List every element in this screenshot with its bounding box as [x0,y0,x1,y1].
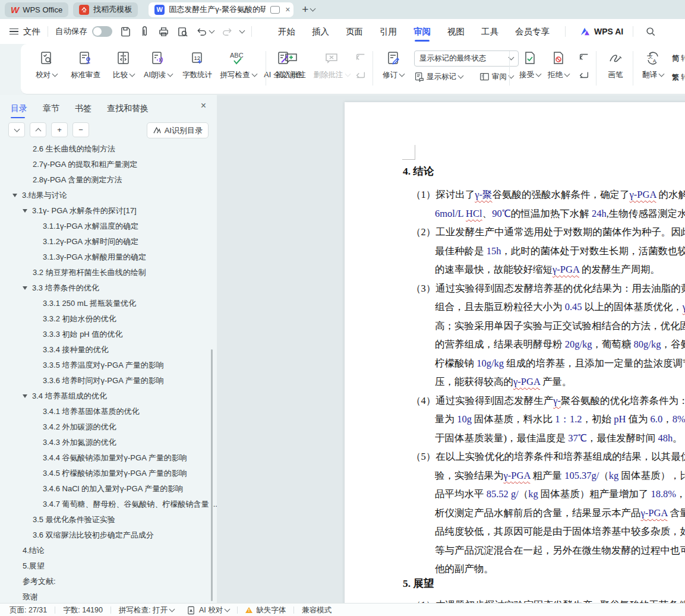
autosave-toggle[interactable] [92,26,112,37]
sidebar-tab-bookmarks[interactable]: 书签 [75,99,91,117]
toc-item[interactable]: 3.4.6 NaCl 的加入量对γ-PGA 产量的影响 [43,481,183,497]
toc-collapse-all-button[interactable]: − [72,122,89,137]
previous-change-icon[interactable] [578,52,590,65]
pen-button[interactable]: 画笔 [601,49,630,80]
toc-item[interactable]: 3.4.4 谷氨酸钠添加量对γ-PGA 产量的影响 [43,450,187,466]
next-change-icon[interactable] [578,70,590,83]
toc-item[interactable]: 2.8γ-PGA 含量的测定方法 [33,172,122,188]
sidebar-tab-toc[interactable]: 目录 [11,99,27,117]
toc-item[interactable]: 5.展望 [23,558,45,574]
toc-item[interactable]: 3.4.5 柠檬酸钠添加量对γ-PGA 产量的影响 [43,466,187,481]
toc-item[interactable]: 3.4.2 外加碳源的优化 [43,419,116,435]
quickbar-chevron-icon[interactable] [239,27,245,33]
toc-item[interactable]: 3.3.5 培养温度对γ-PGA 产量的影响 [43,358,164,373]
toc-item[interactable]: 3.1.1γ-PGA 水解温度的确定 [43,219,138,234]
menu-tools[interactable]: 工具 [481,19,498,44]
missing-font-warning[interactable]: 缺失字体 [245,605,286,615]
toc-item[interactable]: 2.6 生长曲线的绘制方法 [33,143,115,157]
toc-collapse-arrow-icon[interactable] [23,394,27,398]
toc-item[interactable]: 3.2 纳豆芽孢杆菌生长曲线的绘制 [33,265,146,280]
menu-view[interactable]: 视图 [447,19,465,44]
file-menu[interactable]: 文件 [23,26,40,37]
next-comment-icon[interactable] [355,70,367,83]
menu-member[interactable]: 会员专享 [515,19,550,44]
save-icon[interactable] [120,26,131,37]
reject-change-button[interactable]: 拒绝 [542,49,574,80]
word-count-button[interactable]: 12 字数统计 [178,49,217,80]
tab-wps-office[interactable]: W WPS Office [5,2,68,17]
delete-comment-button[interactable]: 删除批注 [311,49,352,80]
to-traditional-button[interactable]: 简 转繁 [672,53,685,64]
export-icon[interactable] [139,26,150,37]
translate-button[interactable]: 文A 翻译 [637,49,668,80]
search-icon[interactable] [645,26,656,37]
accept-change-button[interactable]: 接受 [514,49,546,80]
menu-insert[interactable]: 插入 [312,19,329,44]
sidebar-tab-find-replace[interactable]: 查找和替换 [107,99,149,117]
toc-item[interactable]: 3.3.6 培养时间对γ-PGA 产量的影响 [43,373,164,388]
tab-list-chevron-icon[interactable] [310,5,316,11]
menu-reference[interactable]: 引用 [380,19,397,44]
markup-state-select[interactable]: 显示标记的最终状态 [414,50,519,67]
rice-template-icon: AI [79,5,89,15]
new-tab-button[interactable]: + [302,3,308,16]
toc-collapse-arrow-icon[interactable] [23,209,27,213]
insert-comment-button[interactable]: 插入批注 [272,49,311,80]
undo-icon[interactable] [196,26,207,37]
toc-item[interactable]: 3.3.3 初始 pH 值的优化 [43,327,122,342]
show-markup-button[interactable]: 显示标记 [414,72,463,82]
toc-item[interactable]: 3.结果与讨论 [12,188,67,203]
compare-button[interactable]: 比较 [108,49,140,80]
standard-review-button[interactable]: 标准审查 [65,49,106,80]
toc-item[interactable]: 3.4.3 外加氮源的优化 [43,435,116,450]
redo-icon[interactable] [222,26,233,37]
toc-item[interactable]: 3.3.2 初始水份的优化 [43,311,116,327]
toc-item[interactable]: 3.4 培养基组成的优化 [23,388,107,404]
toc-item[interactable]: 4.结论 [23,543,45,558]
previous-comment-icon[interactable] [355,52,367,65]
toc-item[interactable]: 3.1.3γ-PGA 水解酸用量的确定 [43,249,146,265]
sidebar-tab-chapters[interactable]: 章节 [43,99,59,117]
spellcheck-status[interactable]: 拼写检查: 打开 [119,605,174,615]
undo-chevron-icon[interactable] [209,27,215,33]
ai-proof-status[interactable]: AI 校对 [187,605,229,615]
print-preview-icon[interactable] [177,26,188,37]
toc-collapse-up-button[interactable] [30,122,46,137]
sidebar-scrollbar[interactable] [211,349,213,601]
toc-expand-down-button[interactable] [8,122,25,137]
tab-template[interactable]: AI 找稻壳模板 [73,2,138,17]
to-simplified-button[interactable]: 繁 转简 [672,72,685,83]
review-pane-button[interactable]: 审阅 [479,72,513,82]
spellcheck-button[interactable]: ABC 拼写检查 [218,49,258,80]
toc-collapse-arrow-icon[interactable] [12,194,17,197]
toc-item[interactable]: 3.3.1 250 mL 摇瓶装量优化 [43,296,136,311]
doc-text-line: 组合，且去脂豆粉粒径大小为 0.45 以上的固体基质优化，γ [435,301,685,314]
document-page[interactable]: 4. 结论 5. 展望 （1）本课题初步探讨实验室固态发酵生产γ-聚谷氨酸的工艺… [345,102,685,603]
toc-item[interactable]: 2.7γ-PGA 的提取和粗产量测定 [33,157,137,172]
track-changes-button[interactable]: 修订 [377,49,409,80]
toc-expand-all-button[interactable]: + [51,122,68,137]
print-icon[interactable] [158,26,169,37]
toc-item[interactable]: 3.1.2γ-PGA 水解时间的确定 [43,234,138,249]
toc-item[interactable]: 致谢 [23,589,38,603]
toc-item[interactable]: 3.3 培养条件的优化 [23,280,99,296]
menu-home[interactable]: 开始 [278,19,295,44]
toc-item[interactable]: 3.6 双缩脲法比较初步确定产品成分 [33,527,154,543]
sidebar-close-icon[interactable]: × [201,101,206,110]
wps-ai-button[interactable]: WPS AI [580,27,623,36]
toc-collapse-arrow-icon[interactable] [23,286,27,290]
menu-review[interactable]: 审阅 [413,19,431,44]
proofread-button[interactable]: 校对 [28,49,65,80]
toc-item[interactable]: 3.4.1 培养基固体基质的优化 [43,404,140,419]
ai-recognize-toc-button[interactable]: AI识别目录 [147,122,209,138]
tab-close-icon[interactable]: × [285,5,290,14]
ai-read-aloud-button[interactable]: AI朗读 [138,49,178,80]
toc-item[interactable]: 参考文献: [23,574,56,589]
toc-item[interactable]: 3.4.7 葡萄糖、酵母粉、谷氨酸钠、柠檬酸钠含量 ... [43,497,217,512]
hamburger-icon[interactable] [10,27,18,37]
toc-item[interactable]: 3.1γ- PGA 水解条件的探讨[17] [23,203,137,219]
menu-page[interactable]: 页面 [346,19,363,44]
tab-document[interactable]: W 固态发酵生产γ-聚谷氨酸的研 × [149,2,293,17]
toc-item[interactable]: 3.5 最优化条件验证实验 [33,512,115,527]
toc-item[interactable]: 3.3.4 接种量的优化 [43,342,109,358]
